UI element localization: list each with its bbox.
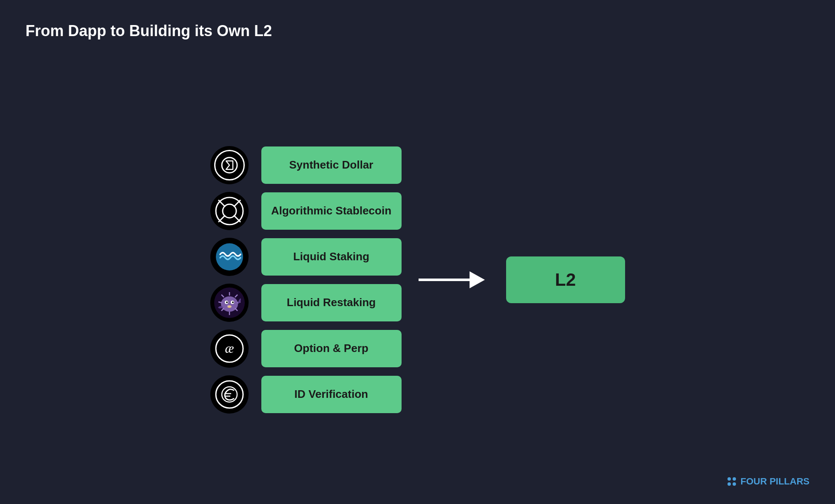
svg-point-25 [230,306,231,307]
algorithmic-stablecoin-label: Algorithmic Stablecoin [271,204,391,217]
left-column: Synthetic Dollar Algorithmic Stablecoin [210,146,402,414]
id-verification-label: ID Verification [294,388,368,401]
algorithmic-stablecoin-box: Algorithmic Stablecoin [261,192,402,230]
svg-point-28 [216,381,243,408]
svg-marker-1 [226,161,233,169]
main-content: Synthetic Dollar Algorithmic Stablecoin [0,55,835,504]
algorithmic-stablecoin-icon [210,192,249,230]
dot-3 [727,482,731,486]
synthetic-dollar-box: Synthetic Dollar [261,146,402,184]
liquid-restaking-icon [210,284,249,322]
synthetic-dollar-icon [210,146,249,184]
svg-text:æ: æ [225,341,234,356]
svg-line-5 [234,200,241,207]
option-perp-icon: æ [210,329,249,368]
ae-icon: æ [214,333,245,364]
puffer-fish-icon [213,286,246,319]
arrow-line [419,279,470,281]
liquid-staking-icon [210,238,249,276]
svg-point-21 [226,301,228,303]
dot-2 [733,477,736,481]
list-item: Liquid Staking [210,238,402,276]
waves-icon [214,242,245,272]
list-item: Liquid Restaking [210,284,402,322]
arrow-head [470,271,485,288]
e-circle-icon [214,379,245,410]
l2-label: L2 [555,270,576,290]
svg-line-4 [218,200,225,207]
list-item: Synthetic Dollar [210,146,402,184]
liquid-restaking-label: Liquid Restaking [287,296,376,309]
id-verification-box: ID Verification [261,376,402,413]
svg-point-24 [227,305,229,307]
synthetic-dollar-label: Synthetic Dollar [289,158,374,172]
right-arrow [419,271,485,288]
svg-point-22 [232,301,234,303]
l2-destination-box: L2 [506,256,625,303]
option-perp-box: Option & Perp [261,330,402,367]
sigma-icon [214,150,245,180]
option-perp-label: Option & Perp [294,342,368,355]
four-pillars-brand: FOUR PILLARS [727,476,810,487]
liquid-staking-label: Liquid Staking [293,250,369,263]
liquid-restaking-box: Liquid Restaking [261,284,402,321]
list-item: æ Option & Perp [210,329,402,368]
list-item: Algorithmic Stablecoin [210,192,402,230]
cross-circle-icon [214,196,245,226]
svg-line-6 [218,215,225,222]
svg-line-7 [234,215,241,222]
four-pillars-text: FOUR PILLARS [740,476,810,487]
list-item: ID Verification [210,375,402,414]
liquid-staking-box: Liquid Staking [261,238,402,276]
four-pillars-dots-icon [727,477,736,486]
page-title: From Dapp to Building its Own L2 [25,22,272,40]
dot-1 [727,477,731,481]
arrow-section [419,271,485,288]
id-verification-icon [210,375,249,414]
dot-4 [733,482,736,486]
